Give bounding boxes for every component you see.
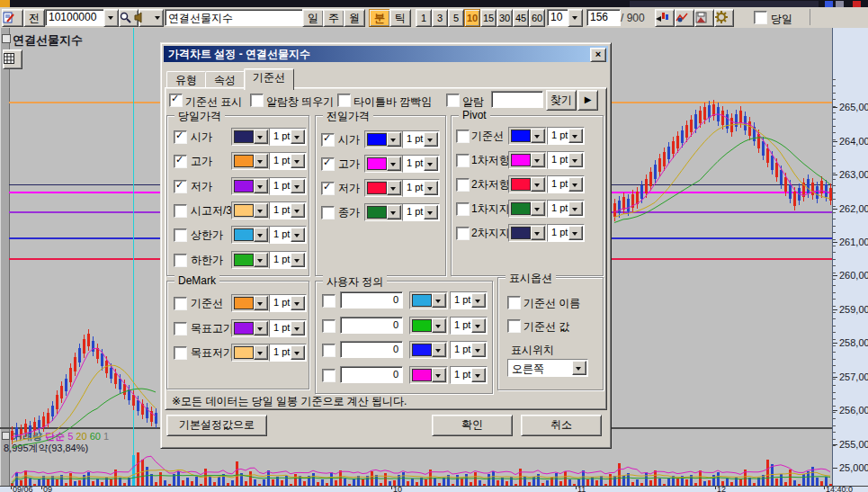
today-4-width-select-arrow[interactable]	[291, 203, 305, 218]
today-3-checkbox[interactable]	[174, 180, 187, 193]
pivot-2-color-select[interactable]	[508, 151, 547, 169]
today-3-width-select-arrow[interactable]	[291, 179, 305, 193]
custom-3-value-input[interactable]: 0	[340, 341, 403, 358]
period-day-button[interactable]: 일	[302, 9, 324, 27]
today-5-color-select-arrow[interactable]	[254, 228, 268, 242]
demark-2-color-select-arrow[interactable]	[254, 321, 268, 335]
today-1-color-select-arrow[interactable]	[254, 130, 268, 144]
today-3-color-select[interactable]	[231, 177, 270, 195]
window-close-icon[interactable]	[853, 1, 861, 7]
today-2-color-select[interactable]	[231, 152, 270, 170]
alarm-value-input[interactable]	[491, 91, 543, 108]
demark-1-checkbox[interactable]	[174, 297, 187, 310]
dialog-close-button[interactable]: ×	[590, 48, 606, 62]
pivot-4-width-select-arrow[interactable]	[568, 201, 583, 216]
demark-1-width-select-arrow[interactable]	[291, 296, 305, 310]
demark-3-color-select-arrow[interactable]	[254, 345, 268, 360]
dropdown-button[interactable]	[572, 361, 586, 375]
ok-button[interactable]: 확인	[432, 415, 513, 436]
prev-2-checkbox[interactable]	[321, 157, 335, 171]
stock-code-input[interactable]: 10100000	[45, 9, 110, 26]
bar-count-input[interactable]: 156	[586, 9, 621, 26]
interval-button-15[interactable]: 15	[480, 9, 497, 27]
pivot-5-width-select[interactable]: 1 pt	[547, 224, 585, 242]
period-tick-button[interactable]: 틱	[389, 9, 411, 27]
baseline-name-checkbox[interactable]	[507, 296, 521, 309]
period-month-button[interactable]: 월	[344, 9, 365, 27]
today-5-width-select[interactable]: 1 pt	[269, 226, 307, 244]
prev-2-width-select-arrow[interactable]	[424, 157, 438, 171]
interval-button-5[interactable]: 5	[448, 9, 464, 27]
prev-4-color-select-arrow[interactable]	[387, 205, 401, 219]
custom-1-width-select[interactable]: 1 pt	[450, 291, 488, 309]
demark-2-checkbox[interactable]	[174, 322, 187, 335]
prev-4-width-select-arrow[interactable]	[424, 205, 438, 219]
pivot-3-color-select-arrow[interactable]	[531, 177, 545, 192]
sound-alert-button[interactable]	[139, 9, 164, 27]
prev-2-color-select-arrow[interactable]	[387, 157, 401, 171]
custom-4-color-select-arrow[interactable]	[432, 368, 446, 382]
today-3-color-select-arrow[interactable]	[254, 179, 268, 193]
save-chart-button[interactable]	[694, 9, 714, 27]
custom-2-color-select[interactable]	[409, 317, 448, 335]
demark-2-width-select-arrow[interactable]	[291, 321, 305, 335]
tab-properties[interactable]: 속성	[205, 71, 245, 89]
memo-button[interactable]	[2, 9, 23, 27]
pivot-5-checkbox[interactable]	[456, 227, 470, 240]
chart-title-box-icon[interactable]	[2, 34, 11, 43]
custom-1-value-input[interactable]: 0	[340, 291, 403, 309]
titlebar-blink-checkbox[interactable]	[337, 94, 351, 107]
baseline-value-checkbox[interactable]	[507, 319, 521, 333]
custom-2-checkbox[interactable]	[322, 319, 336, 333]
interval-button-30[interactable]: 30	[497, 9, 513, 27]
volume-title-box-icon[interactable]	[2, 432, 10, 440]
today-2-checkbox[interactable]	[174, 155, 187, 168]
pivot-5-color-select[interactable]	[508, 224, 547, 242]
stock-name-input[interactable]: 연결선물지수	[165, 9, 303, 26]
today-only-checkbox[interactable]	[754, 11, 767, 24]
pivot-1-width-select[interactable]: 1 pt	[547, 127, 585, 145]
demark-1-color-select-arrow[interactable]	[254, 296, 268, 310]
tab-baseline[interactable]: 기준선	[244, 68, 294, 90]
today-1-checkbox[interactable]	[174, 130, 187, 144]
prev-4-width-select[interactable]: 1 pt	[402, 203, 440, 221]
custom-4-checkbox[interactable]	[322, 369, 336, 382]
interval-button-60[interactable]: 60	[529, 9, 545, 27]
pivot-1-color-select-arrow[interactable]	[531, 129, 545, 143]
pivot-4-color-select[interactable]	[508, 200, 547, 218]
today-5-color-select[interactable]	[231, 226, 270, 244]
prev-3-width-select[interactable]: 1 pt	[402, 179, 440, 197]
prev-3-checkbox[interactable]	[321, 182, 335, 195]
alarm-popup-checkbox[interactable]	[250, 94, 264, 107]
window-button-icon[interactable]	[825, 1, 833, 7]
demark-3-checkbox[interactable]	[174, 346, 187, 360]
period-week-button[interactable]: 주	[323, 9, 345, 27]
prev-3-color-select[interactable]	[364, 179, 403, 197]
stock-code-dropdown[interactable]	[103, 9, 119, 27]
demark-2-color-select[interactable]	[231, 319, 270, 337]
custom-3-checkbox[interactable]	[322, 344, 336, 357]
pivot-4-width-select[interactable]: 1 pt	[547, 200, 585, 218]
find-button[interactable]: 찾기	[546, 90, 577, 111]
interval-button-3[interactable]: 3	[432, 9, 448, 27]
pivot-3-width-select[interactable]: 1 pt	[547, 175, 585, 193]
today-6-width-select-arrow[interactable]	[291, 253, 305, 267]
dialog-titlebar[interactable]: 가격차트 설정 - 연결선물지수	[164, 46, 608, 62]
pivot-5-width-select-arrow[interactable]	[568, 226, 583, 240]
interval-button-10[interactable]: 10	[464, 9, 480, 27]
custom-4-color-select[interactable]	[409, 366, 448, 384]
demark-3-color-select[interactable]	[231, 344, 270, 362]
today-6-color-select[interactable]	[231, 251, 270, 269]
today-1-width-select[interactable]: 1 pt	[269, 128, 307, 146]
prev-3-color-select-arrow[interactable]	[387, 181, 401, 195]
jeon-button[interactable]: 전	[23, 9, 45, 27]
custom-2-color-select-arrow[interactable]	[432, 318, 446, 333]
settings-button[interactable]	[714, 9, 734, 27]
show-baseline-checkbox[interactable]	[169, 94, 183, 107]
pivot-1-checkbox[interactable]	[456, 130, 470, 143]
today-5-checkbox[interactable]	[174, 228, 187, 242]
line-chart-button[interactable]	[675, 9, 694, 27]
pivot-3-color-select[interactable]	[508, 175, 547, 193]
custom-1-width-select-arrow[interactable]	[471, 293, 486, 308]
grid-toggle-button[interactable]	[3, 49, 22, 69]
